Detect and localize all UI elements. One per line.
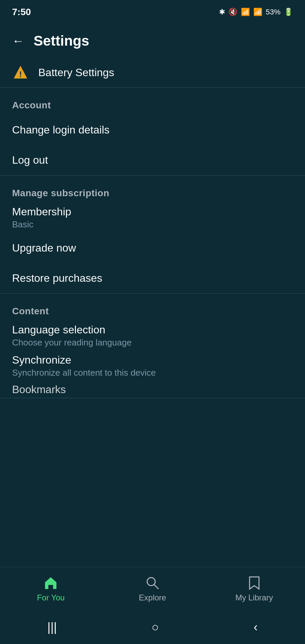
wifi-icon: 📶 [241,8,250,16]
nav-explore[interactable]: Explore [102,576,204,602]
restore-purchases-item[interactable]: Restore purchases [0,263,305,293]
svg-text:!: ! [19,70,22,79]
svg-point-3 [147,578,155,586]
language-selection-label: Language selection [12,324,293,336]
page-title: Settings [34,33,89,49]
content-section: Content Language selection Choose your r… [0,294,305,398]
membership-label: Membership [12,206,293,218]
membership-value: Basic [12,219,293,230]
log-out-label: Log out [12,154,293,166]
restore-purchases-label: Restore purchases [12,272,293,284]
nav-my-library[interactable]: My Library [203,576,305,602]
bottom-navigation: For You Explore My Library [0,567,305,610]
bookmark-icon [247,576,262,590]
battery-icon: 🔋 [284,8,293,16]
account-section: Account Change login details Log out [0,88,305,176]
system-navigation: ||| ○ ‹ [0,610,305,644]
warning-triangle-svg: ! [12,64,29,80]
status-icons: ✱ 🔇 📶 📶 53% 🔋 [219,8,293,16]
upgrade-now-label: Upgrade now [12,242,293,254]
upgrade-now-item[interactable]: Upgrade now [0,233,305,263]
language-selection-subtitle: Choose your reading language [12,337,293,348]
home-icon [43,576,58,590]
partial-item: Bookmarks [0,381,305,398]
language-selection-item[interactable]: Language selection Choose your reading l… [0,321,305,351]
home-button[interactable]: ○ [151,620,159,634]
explore-label: Explore [139,593,166,602]
bluetooth-icon: ✱ [219,8,225,16]
warning-icon: ! [12,64,29,81]
search-icon [145,576,160,590]
nav-for-you[interactable]: For You [0,576,102,602]
signal-icon: 📶 [253,8,262,16]
status-bar: 7:50 ✱ 🔇 📶 📶 53% 🔋 [0,0,305,24]
svg-line-4 [154,585,159,589]
synchronize-subtitle: Synchronize all content to this device [12,368,293,378]
synchronize-item[interactable]: Synchronize Synchronize all content to t… [0,351,305,381]
log-out-item[interactable]: Log out [0,145,305,175]
status-time: 7:50 [12,7,31,17]
for-you-label: For You [37,593,65,602]
battery-settings-label: Battery Settings [38,66,114,79]
partial-label: Bookmarks [12,383,66,396]
back-system-button[interactable]: ‹ [254,620,258,634]
my-library-label: My Library [235,593,273,602]
synchronize-label: Synchronize [12,354,293,366]
subscription-section: Manage subscription Membership Basic Upg… [0,176,305,294]
back-button[interactable]: ← [12,34,24,48]
membership-item[interactable]: Membership Basic [0,203,305,233]
subscription-section-header: Manage subscription [0,176,305,203]
account-section-header: Account [0,88,305,115]
svg-rect-2 [48,585,53,589]
battery-settings-row[interactable]: ! Battery Settings [0,58,305,88]
volume-icon: 🔇 [228,8,237,16]
change-login-label: Change login details [12,124,293,136]
battery-text: 53% [266,8,280,16]
content-section-header: Content [0,294,305,321]
settings-content: ! Battery Settings Account Change login … [0,58,305,567]
recent-apps-button[interactable]: ||| [47,620,57,634]
settings-header: ← Settings [0,24,305,58]
change-login-item[interactable]: Change login details [0,115,305,145]
